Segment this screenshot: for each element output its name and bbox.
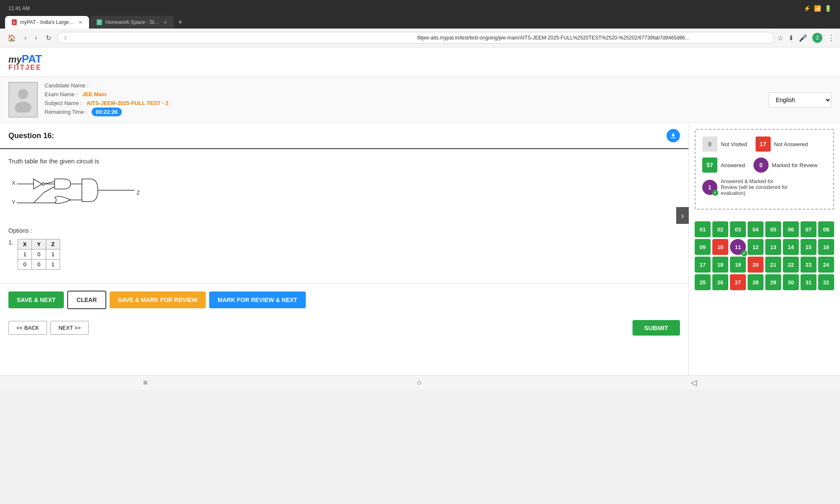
table-cell: 0 [18,260,32,270]
subject-value: AITS-JEEM-2025-FULL TEST - 2 [87,100,169,106]
question-grid: 0102030405060708091011✓12131415161718192… [689,215,840,296]
svg-text:X: X [12,180,16,186]
mic-icon[interactable]: 🎤 [799,34,807,42]
options-label: Options : [8,227,680,234]
name-label: Candidate Name : [45,82,89,89]
question-btn-09[interactable]: 09 [695,239,711,255]
panel-toggle-button[interactable]: › [676,207,689,224]
tab2-close[interactable]: ✕ [163,20,167,25]
question-btn-18[interactable]: 18 [712,257,728,273]
download-icon[interactable]: ⬇ [788,34,794,42]
option-1[interactable]: 1. X Y Z 101001 [8,239,680,270]
tab-studyx[interactable]: h Homework Space - StudyX ✕ [90,16,174,29]
menu-icon[interactable]: ⋮ [827,33,835,42]
legend-row-2: 57 Answered 0 Marked for Review [702,158,827,173]
mark-review-next-button[interactable]: MARK FOR REVIEW & NEXT [209,291,306,308]
save-mark-review-button[interactable]: SAVE & MARK FOR REVIEW [110,291,206,308]
option-1-num: 1. [8,239,13,246]
question-grid-container: 0102030405060708091011✓12131415161718192… [695,221,834,290]
not-answered-badge: 17 [756,136,771,152]
col-z: Z [46,239,60,249]
col-y: Y [32,239,46,249]
back-nav-button[interactable]: << BACK [8,321,47,335]
language-selector[interactable]: English Hindi [769,92,832,108]
download-button[interactable] [667,129,680,142]
question-btn-14[interactable]: 14 [783,239,799,255]
profile-icon[interactable]: 2 [812,33,822,43]
save-next-button[interactable]: SAVE & NEXT [8,291,64,308]
exam-value: JEE Main [82,91,107,97]
language-dropdown[interactable]: English Hindi [769,92,832,108]
question-btn-07[interactable]: 07 [801,221,816,237]
question-btn-12[interactable]: 12 [748,239,764,255]
question-btn-10[interactable]: 10 [712,239,728,255]
new-tab-button[interactable]: + [175,16,186,29]
tab-mypat[interactable]: p myPAT - India's Largest Onl... ✕ [5,16,89,29]
clear-button[interactable]: CLEAR [67,291,106,309]
tab1-close[interactable]: ✕ [79,20,82,25]
circuit-svg: X Y Z [8,171,143,218]
reload-button[interactable]: ↻ [43,32,54,44]
address-bar[interactable]: ⚷ fiitjee-aits.mypat.in/test/test-ongoin… [57,32,774,44]
exam-name-row: Exam Name : JEE Main [45,91,762,97]
question-btn-21[interactable]: 21 [765,257,781,273]
svg-line-12 [34,192,44,203]
home-status-icon[interactable]: ○ [417,378,422,387]
candidate-section: Candidate Name : Exam Name : JEE Main Su… [0,77,840,123]
time-label: Remaining Time : [45,109,87,115]
home-button[interactable]: 🏠 [5,32,18,44]
table-cell: 1 [46,260,60,270]
legend-row-3: 1 ✓ Answered & Marked for Review (will b… [702,178,827,196]
answered-label: Answered [721,162,745,168]
bluetooth-icon: ⚡ [803,5,811,12]
back-status-icon[interactable]: ◁ [691,378,697,387]
subject-label: Subject Name : [45,100,82,106]
question-btn-28[interactable]: 28 [748,274,764,290]
question-btn-01[interactable]: 01 [695,221,711,237]
next-nav-button[interactable]: NEXT >> [50,321,89,335]
bookmark-icon[interactable]: ☆ [777,34,783,42]
question-btn-29[interactable]: 29 [765,274,781,290]
question-btn-16[interactable]: 16 [818,239,834,255]
browser-tabs: p myPAT - India's Largest Onl... ✕ h Hom… [5,16,835,29]
question-btn-13[interactable]: 13 [765,239,781,255]
nav-buttons: << BACK NEXT >> SUBMIT [0,316,688,340]
question-btn-32[interactable]: 32 [818,274,834,290]
submit-button[interactable]: SUBMIT [633,320,680,336]
question-btn-03[interactable]: 03 [730,221,746,237]
back-button[interactable]: ‹ [22,32,29,43]
question-btn-02[interactable]: 02 [712,221,728,237]
question-btn-22[interactable]: 22 [783,257,799,273]
svg-line-11 [45,181,55,184]
legend-not-visited: 0 Not Visited [702,136,747,152]
menu-status-icon[interactable]: ≡ [143,378,148,387]
browser-toolbar: 🏠 ‹ › ↻ ⚷ fiitjee-aits.mypat.in/test/tes… [0,29,840,47]
ans-marked-label: Answered & Marked for Review (will be co… [721,178,788,196]
question-btn-25[interactable]: 25 [695,274,711,290]
question-btn-26[interactable]: 26 [712,274,728,290]
question-btn-08[interactable]: 08 [818,221,834,237]
question-btn-24[interactable]: 24 [818,257,834,273]
question-btn-20[interactable]: 20 [748,257,764,273]
table-cell: 1 [46,249,60,260]
question-btn-27[interactable]: 27 [730,274,746,290]
svg-point-1 [15,102,32,113]
svg-text:Y: Y [12,199,16,205]
question-btn-15[interactable]: 15 [801,239,816,255]
question-btn-06[interactable]: 06 [783,221,799,237]
question-btn-19[interactable]: 19 [730,257,746,273]
forward-button[interactable]: › [32,32,39,43]
legend-marked-review: 0 Marked for Review [753,158,817,173]
question-btn-31[interactable]: 31 [801,274,816,290]
question-btn-11[interactable]: 11✓ [730,239,746,255]
action-buttons: SAVE & NEXT CLEAR SAVE & MARK FOR REVIEW… [0,284,688,316]
question-btn-30[interactable]: 30 [783,274,799,290]
svg-marker-8 [34,179,42,189]
question-btn-04[interactable]: 04 [748,221,764,237]
current-check-mark: ✓ [741,250,747,256]
wifi-icon: 📶 [814,5,821,12]
ans-marked-badge: 1 ✓ [702,180,717,195]
question-btn-17[interactable]: 17 [695,257,711,273]
question-btn-05[interactable]: 05 [765,221,781,237]
question-btn-23[interactable]: 23 [801,257,816,273]
